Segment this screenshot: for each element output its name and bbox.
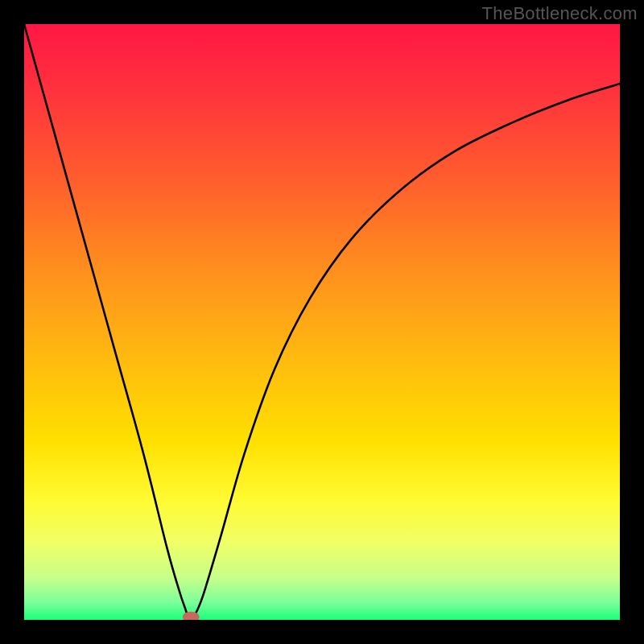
gradient-background <box>24 24 620 620</box>
watermark-text: TheBottleneck.com <box>482 3 638 24</box>
bottleneck-curve-chart <box>24 24 620 620</box>
plot-area <box>24 24 620 620</box>
chart-frame: TheBottleneck.com <box>0 0 644 644</box>
